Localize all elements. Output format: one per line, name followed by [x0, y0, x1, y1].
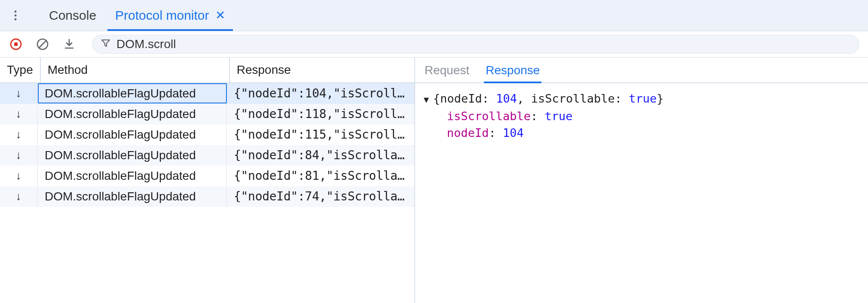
tab-protocol-monitor[interactable]: Protocol monitor ✕	[107, 0, 232, 31]
type-cell: ↓	[0, 124, 38, 145]
clear-button[interactable]	[35, 37, 50, 52]
table-row[interactable]: ↓DOM.scrollableFlagUpdated{"nodeId":115,…	[0, 124, 414, 145]
response-cell: {"nodeId":115,"isScroll…	[227, 124, 414, 145]
detail-tabs: Request Response	[415, 58, 868, 83]
protocol-toolbar	[0, 31, 868, 58]
arrow-down-icon: ↓	[16, 190, 21, 203]
tree-prop[interactable]: nodeId: 104	[447, 124, 859, 141]
prop-value: true	[545, 109, 573, 123]
arrow-down-icon: ↓	[16, 148, 21, 162]
tree-root[interactable]: ▼ {nodeId: 104, isScrollable: true}	[424, 90, 859, 107]
colon: :	[489, 126, 503, 139]
tab-console[interactable]: Console	[41, 0, 104, 31]
method-cell: DOM.scrollableFlagUpdated	[38, 83, 227, 103]
table-row[interactable]: ↓DOM.scrollableFlagUpdated{"nodeId":74,"…	[0, 186, 414, 207]
main-split: Type Method Response ↓DOM.scrollableFlag…	[0, 58, 868, 303]
table-header: Type Method Response	[0, 58, 414, 83]
response-cell: {"nodeId":118,"isScroll…	[227, 104, 414, 124]
table-body: ↓DOM.scrollableFlagUpdated{"nodeId":104,…	[0, 83, 414, 303]
response-cell: {"nodeId":104,"isScroll…	[227, 83, 414, 103]
prop-key: nodeId	[447, 126, 489, 139]
detail-tab-request[interactable]: Request	[424, 58, 470, 82]
response-cell: {"nodeId":81,"isScrolla…	[227, 166, 414, 186]
drawer-tabbar: Console Protocol monitor ✕	[0, 0, 868, 31]
colon: :	[531, 109, 545, 123]
arrow-down-icon: ↓	[16, 128, 21, 141]
close-icon[interactable]: ✕	[215, 9, 225, 21]
filter-box[interactable]	[92, 35, 859, 54]
response-cell: {"nodeId":74,"isScrolla…	[227, 186, 414, 206]
event-table: Type Method Response ↓DOM.scrollableFlag…	[0, 58, 415, 303]
tree-prop[interactable]: isScrollable: true	[447, 108, 859, 124]
response-cell: {"nodeId":84,"isScrolla…	[227, 145, 414, 165]
filter-input[interactable]	[116, 37, 850, 51]
svg-point-0	[15, 11, 17, 13]
method-cell: DOM.scrollableFlagUpdated	[38, 166, 227, 186]
arrow-down-icon: ↓	[16, 107, 21, 121]
type-cell: ↓	[0, 145, 38, 165]
tree-children: isScrollable: truenodeId: 104	[424, 108, 859, 141]
download-button[interactable]	[62, 37, 76, 52]
method-cell: DOM.scrollableFlagUpdated	[38, 186, 227, 206]
prop-key: isScrollable	[447, 109, 531, 123]
svg-point-2	[15, 18, 17, 21]
detail-body: ▼ {nodeId: 104, isScrollable: true} isSc…	[415, 83, 868, 303]
method-cell: DOM.scrollableFlagUpdated	[38, 145, 227, 165]
caret-down-icon[interactable]: ▼	[424, 94, 429, 106]
prop-value: 104	[503, 126, 524, 139]
object-summary: {nodeId: 104, isScrollable: true}	[433, 90, 663, 107]
col-header-method[interactable]: Method	[41, 58, 230, 82]
tab-label: Protocol monitor	[115, 8, 209, 23]
col-header-response[interactable]: Response	[230, 58, 414, 82]
table-row[interactable]: ↓DOM.scrollableFlagUpdated{"nodeId":118,…	[0, 104, 414, 124]
arrow-down-icon: ↓	[16, 169, 21, 182]
filter-icon	[101, 39, 110, 50]
more-menu-icon[interactable]	[7, 7, 24, 24]
detail-panel: Request Response ▼ {nodeId: 104, isScrol…	[415, 58, 868, 303]
table-row[interactable]: ↓DOM.scrollableFlagUpdated{"nodeId":81,"…	[0, 166, 414, 186]
col-header-type[interactable]: Type	[0, 58, 41, 82]
type-cell: ↓	[0, 104, 38, 124]
table-row[interactable]: ↓DOM.scrollableFlagUpdated{"nodeId":104,…	[0, 83, 414, 104]
type-cell: ↓	[0, 166, 38, 186]
table-row[interactable]: ↓DOM.scrollableFlagUpdated{"nodeId":84,"…	[0, 145, 414, 166]
detail-tab-response[interactable]: Response	[485, 58, 541, 82]
tab-label: Console	[49, 8, 96, 23]
svg-point-1	[15, 15, 17, 17]
method-cell: DOM.scrollableFlagUpdated	[38, 104, 227, 124]
svg-line-6	[39, 41, 46, 48]
record-button[interactable]	[9, 37, 23, 52]
type-cell: ↓	[0, 83, 38, 103]
method-cell: DOM.scrollableFlagUpdated	[38, 124, 227, 145]
type-cell: ↓	[0, 186, 38, 206]
arrow-down-icon: ↓	[16, 87, 21, 100]
svg-rect-4	[14, 42, 18, 46]
